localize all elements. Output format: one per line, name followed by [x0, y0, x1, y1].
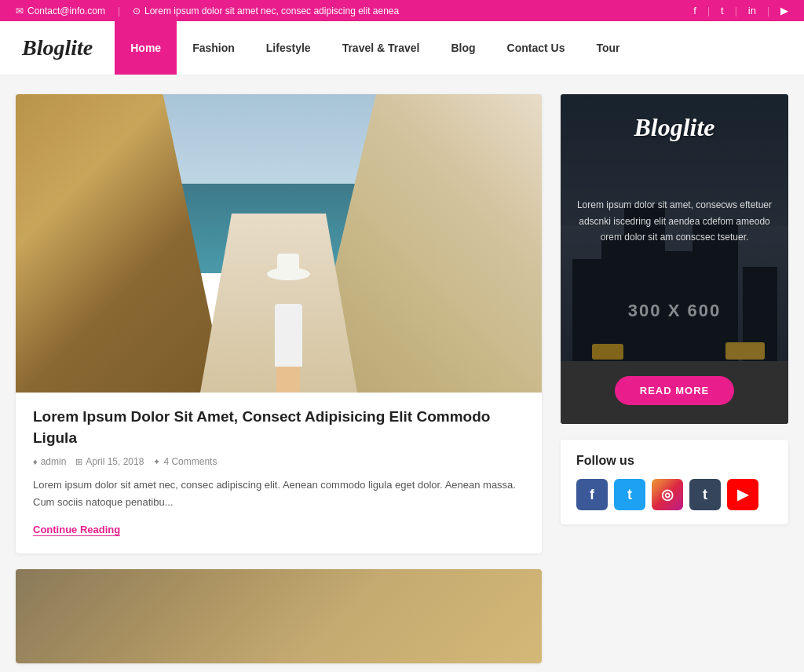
- clock-icon: ⊙: [133, 5, 141, 16]
- ad-text: Lorem ipsum dolor sit amet, consecws eft…: [576, 197, 773, 245]
- logo-area: Bloglite: [0, 21, 115, 75]
- ad-read-more-button[interactable]: READ MORE: [615, 376, 734, 405]
- follow-instagram[interactable]: ◎: [652, 479, 683, 510]
- follow-youtube[interactable]: ▶: [727, 479, 758, 510]
- site-logo[interactable]: Bloglite: [22, 35, 93, 60]
- figure-body: [275, 304, 302, 367]
- main-container: Lorem Ipsum Dolor Sit Amet, Consect Adip…: [0, 75, 804, 672]
- article-author: ♦ admin: [33, 456, 66, 467]
- email-text: Contact@info.com: [27, 5, 105, 16]
- figure-legs: [276, 367, 300, 393]
- follow-widget: Follow us f t ◎ t ▶: [561, 440, 788, 524]
- ad-overlay: Bloglite Lorem ipsum dolor sit amet, con…: [561, 94, 788, 424]
- figure: [265, 268, 312, 378]
- comments-text: 4 Comments: [163, 456, 217, 467]
- calendar-icon: ⊞: [75, 457, 82, 467]
- article-date: ⊞ April 15, 2018: [75, 456, 144, 467]
- figure-hat: [267, 268, 310, 280]
- ad-size-label: 300 X 600: [628, 301, 721, 321]
- date-text: April 15, 2018: [86, 456, 144, 467]
- nav-item-blog[interactable]: Blog: [435, 21, 491, 75]
- stub-image: [16, 569, 542, 663]
- article-meta: ♦ admin ⊞ April 15, 2018 ✦ 4 Comments: [33, 456, 524, 467]
- tagline-text: Lorem ipsum dolor sit amet nec, consec a…: [144, 5, 399, 16]
- article-title: Lorem Ipsum Dolor Sit Amet, Consect Adip…: [33, 407, 524, 448]
- follow-facebook[interactable]: f: [576, 479, 608, 510]
- social-link-facebook[interactable]: f: [693, 5, 696, 16]
- top-bar-social: f | t | in | ▶: [693, 5, 788, 16]
- content-area: Lorem Ipsum Dolor Sit Amet, Consect Adip…: [16, 94, 542, 663]
- ad-widget: Bloglite Lorem ipsum dolor sit amet, con…: [561, 94, 788, 424]
- social-link-twitter[interactable]: t: [721, 5, 724, 16]
- sidebar: Bloglite Lorem ipsum dolor sit amet, con…: [561, 94, 788, 663]
- nav-item-contact[interactable]: Contact Us: [492, 21, 581, 75]
- author-name: admin: [41, 456, 67, 467]
- email-icon: ✉: [16, 5, 24, 16]
- nav-item-travel[interactable]: Travel & Travel: [327, 21, 436, 75]
- continue-reading-link[interactable]: Continue Reading: [33, 524, 120, 536]
- follow-twitter[interactable]: t: [614, 479, 645, 510]
- header: Bloglite Home Fashion Lifestyle Travel &…: [0, 21, 804, 75]
- nav-item-home[interactable]: Home: [115, 21, 177, 75]
- article-body: Lorem Ipsum Dolor Sit Amet, Consect Adip…: [16, 393, 542, 553]
- tagline: ⊙ Lorem ipsum dolor sit amet nec, consec…: [133, 5, 399, 16]
- nav-item-lifestyle[interactable]: Lifestyle: [250, 21, 327, 75]
- article-excerpt: Lorem ipsum dolor sit amet nec, consec a…: [33, 477, 524, 511]
- ad-logo: Bloglite: [634, 113, 714, 142]
- top-bar-left: ✉ Contact@info.com | ⊙ Lorem ipsum dolor…: [16, 5, 399, 16]
- main-nav: Home Fashion Lifestyle Travel & Travel B…: [115, 21, 804, 75]
- article-card-stub: [16, 569, 542, 663]
- social-link-linkedin[interactable]: in: [748, 5, 756, 16]
- social-icons-row: f t ◎ t ▶: [576, 479, 773, 510]
- comment-icon: ✦: [153, 457, 160, 467]
- article-comments: ✦ 4 Comments: [153, 456, 217, 467]
- follow-tumblr[interactable]: t: [689, 479, 721, 510]
- email-info: ✉ Contact@info.com: [16, 5, 105, 16]
- follow-title: Follow us: [576, 454, 773, 468]
- nav-item-tour[interactable]: Tour: [580, 21, 635, 75]
- divider: |: [118, 5, 120, 16]
- nav-item-fashion[interactable]: Fashion: [177, 21, 250, 75]
- social-link-youtube[interactable]: ▶: [780, 5, 788, 16]
- top-bar: ✉ Contact@info.com | ⊙ Lorem ipsum dolor…: [0, 0, 804, 21]
- article-image: [16, 94, 542, 393]
- user-icon: ♦: [33, 457, 38, 466]
- article-card: Lorem Ipsum Dolor Sit Amet, Consect Adip…: [16, 94, 542, 553]
